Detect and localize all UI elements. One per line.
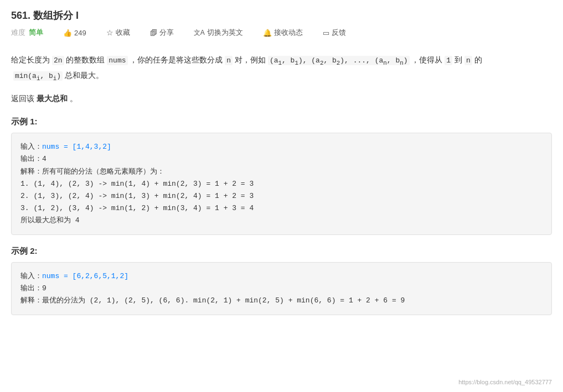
- return-line: 返回该 最大总和 。: [11, 92, 552, 106]
- code-pairs: (a1, b1), (a2, b2), ..., (an, bn): [268, 56, 410, 65]
- feedback-label: 反馈: [332, 28, 346, 38]
- code-2n: 2n: [52, 56, 64, 65]
- page-title: 561. 数组拆分 I: [11, 9, 552, 22]
- ex2-input-value: nums = [6,2,6,5,1,2]: [42, 272, 128, 280]
- example2-title: 示例 2:: [11, 246, 552, 257]
- bell-icon: [263, 29, 272, 37]
- translate-icon: [194, 28, 205, 38]
- example1-block: 输入：nums = [1,4,3,2] 输出：4 解释：所有可能的分法（忽略元素…: [11, 133, 552, 235]
- share-button[interactable]: 分享: [150, 28, 174, 38]
- ex1-line1: 1. (1, 4), (2, 3) -> min(1, 4) + min(2, …: [20, 180, 254, 188]
- ex2-output-label: 输出：: [20, 284, 42, 292]
- ex1-line2: 2. (1, 3), (2, 4) -> min(1, 3) + min(2, …: [20, 192, 254, 200]
- like-button[interactable]: 249: [63, 29, 86, 37]
- translate-button[interactable]: 切换为英文: [194, 28, 243, 38]
- example2-block: 输入：nums = [6,2,6,5,1,2] 输出：9 解释：最优的分法为 (…: [11, 262, 552, 315]
- like-count: 249: [74, 29, 86, 37]
- feedback-button[interactable]: 反馈: [323, 28, 346, 38]
- difficulty-item: 难度 简单: [11, 28, 43, 38]
- ex1-line4: 所以最大总和为 4: [20, 216, 80, 224]
- example1-title: 示例 1:: [11, 117, 552, 127]
- problem-description: 给定长度为 2n 的整数数组 nums ，你的任务是将这些数分成 n 对，例如 …: [11, 53, 552, 84]
- notify-button[interactable]: 接收动态: [263, 28, 303, 38]
- return-strong: 最大总和: [37, 94, 68, 103]
- code-1: 1: [445, 56, 452, 65]
- code-n2: n: [464, 56, 472, 65]
- ex2-output-value: 9: [42, 284, 47, 292]
- share-label: 分享: [159, 28, 174, 38]
- translate-label: 切换为英文: [207, 28, 243, 38]
- ex2-explain-label: 解释：: [20, 296, 42, 305]
- watermark: https://blog.csdn.net/qq_49532777: [458, 379, 552, 385]
- code-n: n: [225, 56, 233, 65]
- toolbar: 难度 简单 249 收藏 分享 切换为英文 接收动态 反馈: [11, 28, 552, 43]
- like-icon: [63, 29, 72, 37]
- ex2-input-label: 输入：: [20, 272, 42, 280]
- code-min: min(ai, bi): [13, 71, 63, 81]
- notify-label: 接收动态: [274, 28, 303, 38]
- code-nums: nums: [107, 56, 127, 65]
- collect-button[interactable]: 收藏: [106, 28, 130, 38]
- difficulty-value: 简单: [29, 28, 43, 38]
- ex1-explain-value: 所有可能的分法（忽略元素顺序）为：: [42, 168, 164, 176]
- ex1-input-value: nums = [1,4,3,2]: [42, 143, 111, 151]
- difficulty-label: 难度: [11, 28, 25, 38]
- ex1-input-label: 输入：: [20, 143, 42, 151]
- star-icon: [106, 28, 113, 37]
- ex1-output-label: 输出：: [20, 155, 42, 163]
- feedback-icon: [323, 29, 329, 37]
- share-icon: [150, 29, 157, 37]
- ex1-output-value: 4: [42, 155, 47, 163]
- ex2-explain-value: 最优的分法为 (2, 1), (2, 5), (6, 6). min(2, 1)…: [42, 296, 405, 305]
- ex1-explain-label: 解释：: [20, 168, 42, 176]
- ex1-line3: 3. (1, 2), (3, 4) -> min(1, 2) + min(3, …: [20, 204, 254, 212]
- collect-label: 收藏: [116, 28, 130, 38]
